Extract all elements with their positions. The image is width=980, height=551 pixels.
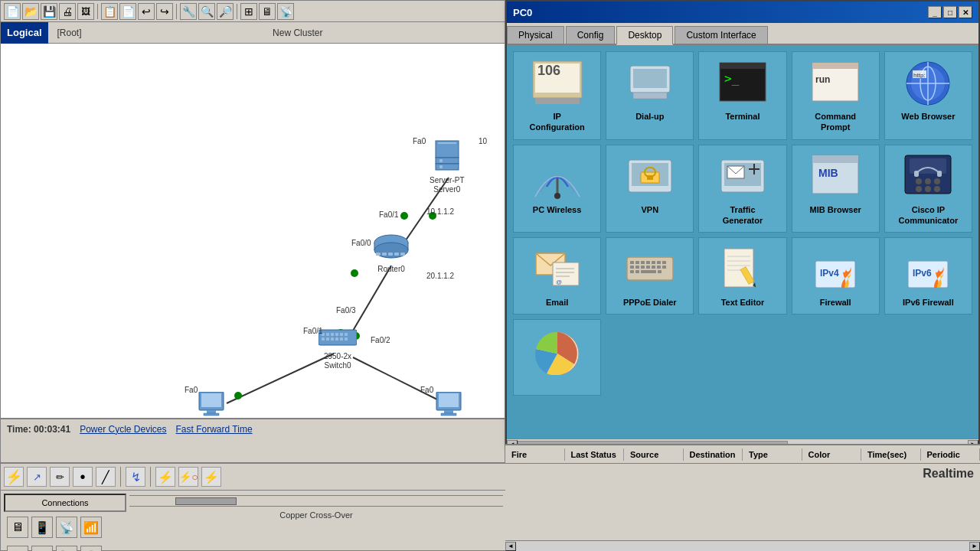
horizontal-scrollbar[interactable] [129,495,503,506]
switch0-node[interactable]: 2950-2xSwitch0 [318,327,357,370]
custom-icon[interactable]: 📡 [277,3,294,20]
app-terminal[interactable]: >_ Terminal [698,51,786,140]
conn-icon-6[interactable]: ⚙ [31,546,53,551]
dot-tool[interactable]: • [73,467,93,487]
zoom-tool-icon[interactable]: 🔧 [180,3,197,20]
pppoe-icon [623,244,677,294]
save-icon[interactable]: 💾 [41,3,57,20]
app-ipv6-firewall[interactable]: IPv6 IPv6 Firewall [884,237,972,315]
zoom-in-icon[interactable]: 🔍 [198,3,215,20]
fire-hscrollbar[interactable]: ◄ ► [505,540,980,551]
svg-text:106: 106 [537,63,560,78]
pc1-node[interactable]: PC-PTPC1 [433,392,464,419]
router0-tag-fa01: Fa0/1 [379,210,399,219]
svg-rect-105 [652,261,655,264]
conn-icon-2[interactable]: 📱 [31,517,53,538]
svg-rect-39 [340,337,343,341]
power-cycle-btn[interactable]: Power Cycle Devices [80,424,166,435]
app-pc-wireless[interactable]: PC Wireless [513,145,601,233]
lightning2-tool[interactable]: ⚡ [201,467,221,487]
zoom-out-icon[interactable]: 🔎 [217,3,234,20]
device-icon[interactable]: 🖥 [259,3,276,20]
app-firewall[interactable]: IPv4 Firewall [792,237,880,315]
ip-label-10: 10 [479,137,487,145]
paste-icon[interactable]: 📄 [119,3,136,20]
svg-rect-100 [627,257,673,280]
app-vpn[interactable]: VPN [606,145,694,233]
conn-icon-7[interactable]: 🔧 [56,546,77,551]
scrollbar-thumb[interactable] [175,497,237,505]
preview-icon[interactable]: 🖼 [77,3,94,20]
lightning-tool[interactable]: ⚡ [155,467,175,487]
app-email[interactable]: @ Email [513,237,601,315]
tab-physical[interactable]: Physical [507,26,564,44]
col-source: Source [624,448,684,461]
fire-scroll-right[interactable]: ► [969,542,980,551]
web-browser-label: Web Browser [901,111,955,122]
print-icon[interactable]: 🖨 [59,3,76,20]
tab-custom-interface[interactable]: Custom Interface [675,26,767,44]
open-icon[interactable]: 📂 [22,3,39,20]
app-mib-browser[interactable]: MIB MIB Browser [792,145,880,233]
server0-node[interactable]: Server-PTServer0 [430,139,465,194]
router0-node[interactable]: Router0 [372,233,410,274]
svg-point-86 [916,178,922,184]
ip-config-label: IPConfiguration [530,111,585,133]
col-periodic: Periodic [921,448,981,461]
conn-icon-3[interactable]: 📡 [56,517,77,538]
app-ip-configuration[interactable]: 106 IPConfiguration [513,51,601,140]
svg-rect-37 [331,337,334,341]
pc0-minimize-btn[interactable]: _ [928,6,942,18]
connections-section: Connections 🖥 📱 📡 📶 🔌 ⚙ 🔧 📦 [4,494,126,551]
arrow-tool[interactable]: ↗ [27,467,47,487]
grid-icon[interactable]: ⊞ [240,3,257,20]
pencil-tool[interactable]: ✏ [50,467,70,487]
app-web-browser[interactable]: http: Web Browser [884,51,972,140]
lightning-circle-tool[interactable]: ⚡○ [178,467,198,487]
tools-sep [120,467,121,487]
svg-rect-93 [937,171,942,177]
email-label: Email [546,297,568,308]
svg-point-91 [934,186,940,192]
ip-config-icon: 106 [531,58,584,108]
new-icon[interactable]: 📄 [4,3,21,20]
app-command-prompt[interactable]: run CommandPrompt [792,51,880,140]
svg-point-5 [400,212,408,220]
line-tool[interactable]: ╱ [96,467,116,487]
app-pppoe[interactable]: PPPoE Dialer [606,237,694,315]
email-icon: @ [531,244,584,294]
copy-icon[interactable]: 📋 [101,3,118,20]
firewall-icon: IPv4 [808,244,862,294]
conn-icon-5[interactable]: 🔌 [7,546,28,551]
tab-config[interactable]: Config [566,26,616,44]
network-connections-svg [1,44,505,418]
svg-rect-75 [647,175,653,180]
pc0-close-btn[interactable]: ✕ [959,6,972,18]
pc0-title: PC0 [513,7,532,18]
logical-label[interactable]: Logical [1,22,48,44]
pc0-maximize-btn[interactable]: □ [943,6,957,18]
router0-tag-fa00: Fa0/0 [351,239,371,247]
vpn-icon [623,152,677,201]
terminal-icon: >_ [716,58,769,108]
fire-scroll-left[interactable]: ◄ [505,542,516,551]
pc0-node[interactable]: PC-PTPC0 [196,392,227,419]
redo-icon[interactable]: ↪ [156,3,173,20]
move-tool[interactable]: ↯ [126,467,145,487]
app-cisco-ip[interactable]: Cisco IPCommunicator [884,145,972,233]
fast-forward-btn[interactable]: Fast Forward Time [176,424,253,435]
svg-rect-13 [436,158,459,164]
select-tool[interactable]: ⚡ [4,467,24,487]
svg-rect-30 [326,333,329,336]
tab-desktop[interactable]: Desktop [616,26,673,45]
app-dial-up[interactable]: Dial-up [606,51,694,140]
conn-icon-8[interactable]: 📦 [80,546,102,551]
conn-icon-1[interactable]: 🖥 [7,517,28,538]
conn-icon-4[interactable]: 📶 [80,517,102,538]
command-prompt-icon: run [808,58,862,108]
app-text-editor[interactable]: Text Editor [698,237,786,315]
app-traffic-generator[interactable]: TrafficGenerator [698,145,786,233]
app-pie-chart[interactable] [513,319,601,396]
svg-rect-114 [662,266,666,269]
undo-icon[interactable]: ↩ [138,3,155,20]
